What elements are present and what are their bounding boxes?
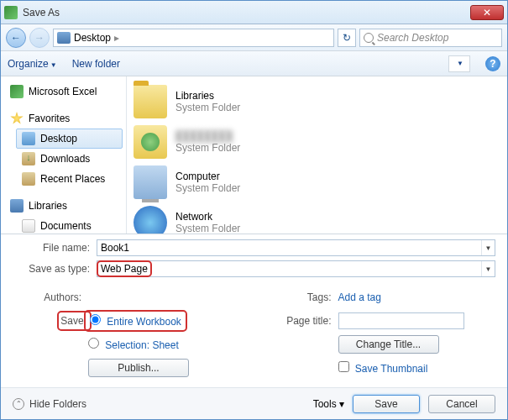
back-button[interactable]: ← (6, 28, 26, 48)
sidebar-item-excel[interactable]: Microsoft Excel (4, 81, 123, 102)
breadcrumb[interactable]: Desktop ▸ (53, 29, 334, 47)
window-title: Save As (23, 7, 470, 18)
new-folder-button[interactable]: New folder (72, 58, 120, 70)
breadcrumb-location: Desktop (74, 32, 111, 44)
sidebar-item-downloads[interactable]: Downloads (16, 149, 123, 169)
search-icon (364, 33, 374, 43)
sidebar-item-desktop[interactable]: Desktop (16, 129, 123, 149)
item-name: Libraries (175, 90, 240, 102)
excel-app-icon (4, 6, 18, 19)
authors-label: Authors: (13, 291, 88, 303)
refresh-button[interactable]: ↻ (338, 29, 356, 47)
titlebar[interactable]: Save As ✕ (1, 1, 507, 24)
checkbox-label: Save Thumbnail (355, 363, 428, 375)
save-as-dialog: Save As ✕ ← → Desktop ▸ ↻ Search Desktop… (0, 0, 508, 420)
hide-folders-button[interactable]: ⌃ Hide Folders (13, 398, 86, 410)
file-list[interactable]: Libraries System Folder ████████ System … (127, 76, 507, 234)
list-item[interactable]: Network System Folder (132, 202, 502, 234)
sidebar-item-recent[interactable]: Recent Places (16, 169, 123, 189)
recent-places-icon (22, 172, 35, 186)
chevron-down-icon[interactable]: ▼ (481, 261, 495, 276)
save-scope-label: Save: (13, 313, 88, 328)
toolbar: Organize▼ New folder ▼ ? (1, 51, 507, 76)
desktop-icon (22, 132, 35, 145)
page-title-input[interactable] (338, 312, 464, 329)
list-item[interactable]: ████████ System Folder (132, 122, 502, 162)
breadcrumb-separator: ▸ (114, 32, 119, 44)
desktop-icon (57, 32, 71, 44)
sidebar-group-libraries[interactable]: Libraries (4, 196, 123, 216)
filetype-label: Save as type: (13, 263, 97, 275)
radio-input[interactable] (90, 314, 101, 325)
sidebar-item-label: Desktop (40, 133, 77, 144)
sidebar-item-label: Microsoft Excel (29, 86, 97, 97)
filename-value: Book1 (101, 242, 129, 254)
view-options-button[interactable]: ▼ (448, 55, 470, 72)
list-item[interactable]: Computer System Folder (132, 162, 502, 202)
filename-label: File name: (13, 242, 97, 254)
radio-label: Entire Workbook (107, 316, 181, 328)
item-name: ████████ (175, 130, 240, 142)
downloads-icon (22, 152, 35, 165)
chevron-down-icon[interactable]: ▼ (481, 240, 495, 255)
sidebar-item-label: Documents (40, 220, 92, 232)
tags-label: Tags: (263, 291, 338, 303)
item-name: Computer (175, 171, 240, 182)
item-type: System Folder (175, 142, 240, 154)
filetype-value: Web Page (101, 263, 148, 275)
favorites-icon (10, 112, 24, 125)
save-button[interactable]: Save (353, 395, 420, 413)
sidebar-item-documents[interactable]: Documents (16, 216, 123, 234)
item-type: System Folder (175, 182, 240, 194)
help-button[interactable]: ? (485, 56, 500, 71)
item-type: System Folder (175, 102, 240, 113)
item-type: System Folder (175, 223, 240, 234)
computer-icon (134, 165, 167, 199)
publish-button[interactable]: Publish... (88, 359, 189, 377)
cancel-button[interactable]: Cancel (428, 395, 495, 413)
sidebar-item-label: Downloads (40, 153, 90, 165)
chevron-down-icon: ▾ (339, 398, 344, 410)
sidebar-item-label: Recent Places (40, 173, 105, 185)
save-form: File name: Book1 ▼ Save as type: Web Pag… (1, 234, 507, 285)
radio-selection-sheet[interactable]: Selection: Sheet (88, 338, 179, 351)
change-title-button[interactable]: Change Title... (338, 335, 439, 354)
chevron-up-icon: ⌃ (13, 398, 24, 410)
save-options: Authors: Save: Entire Workbook (1, 285, 507, 387)
navigation-sidebar: Microsoft Excel Favorites Desktop Downlo… (1, 76, 127, 234)
search-placeholder: Search Desktop (377, 32, 448, 44)
search-input[interactable]: Search Desktop (359, 29, 502, 47)
radio-label: Selection: Sheet (105, 339, 178, 351)
excel-icon (10, 85, 24, 98)
close-button[interactable]: ✕ (470, 5, 504, 20)
radio-input[interactable] (88, 338, 99, 349)
dialog-footer: ⌃ Hide Folders Tools ▾ Save Cancel (1, 387, 507, 419)
libraries-folder-icon (134, 85, 167, 118)
forward-button: → (29, 28, 50, 48)
sidebar-group-label: Favorites (29, 113, 70, 124)
navigation-bar: ← → Desktop ▸ ↻ Search Desktop (1, 24, 507, 51)
sidebar-group-favorites[interactable]: Favorites (4, 108, 123, 129)
item-name: Network (175, 211, 240, 223)
organize-button[interactable]: Organize▼ (8, 58, 57, 70)
list-item[interactable]: Libraries System Folder (132, 81, 502, 122)
sidebar-group-label: Libraries (29, 200, 67, 212)
network-icon (134, 206, 167, 234)
add-tag-link[interactable]: Add a tag (338, 291, 381, 303)
filename-input[interactable]: Book1 ▼ (97, 239, 495, 256)
filetype-select[interactable]: Web Page ▼ (97, 260, 495, 277)
documents-icon (22, 219, 35, 233)
tools-button[interactable]: Tools ▾ (313, 398, 344, 410)
highlight-box: Web Page (97, 260, 152, 277)
save-thumbnail-checkbox[interactable]: Save Thumbnail (338, 361, 428, 375)
user-folder-icon (134, 125, 167, 159)
libraries-icon (10, 199, 24, 213)
hide-folders-label: Hide Folders (29, 398, 86, 410)
checkbox-input[interactable] (338, 361, 349, 372)
page-title-label: Page title: (263, 315, 338, 327)
radio-entire-workbook[interactable]: Entire Workbook (88, 312, 183, 329)
